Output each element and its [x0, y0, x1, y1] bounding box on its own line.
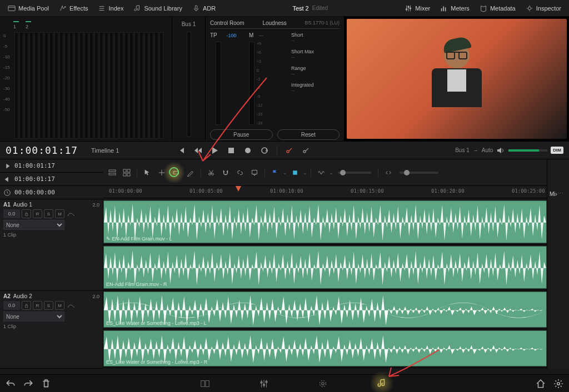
dur-tc[interactable]: 00:00:00:00 [11, 189, 58, 196]
undo-icon[interactable] [6, 379, 16, 389]
reset-button[interactable]: Reset [277, 129, 340, 140]
volume-slider[interactable] [508, 149, 547, 152]
bus-route[interactable]: Bus 1→Auto DIM [455, 146, 563, 155]
redo-icon[interactable] [23, 379, 33, 389]
effects-icon [59, 4, 67, 12]
svg-rect-21 [174, 171, 179, 174]
media-pool-icon [8, 4, 16, 12]
play-button[interactable] [210, 146, 219, 155]
meters-button[interactable]: Meters [437, 2, 473, 14]
snap-tool[interactable] [219, 167, 232, 178]
page-fusion-icon[interactable] [318, 379, 328, 389]
svg-rect-26 [25, 213, 28, 215]
marker-tool[interactable] [248, 167, 261, 178]
clip-a1-r[interactable]: EN-Add Film Grain.mov - R [103, 246, 547, 289]
index-icon [98, 4, 106, 12]
link-tool[interactable] [233, 167, 247, 178]
svg-rect-10 [228, 148, 234, 153]
arm-button[interactable]: R [33, 209, 42, 218]
home-icon[interactable] [536, 379, 546, 389]
m-value: --- [255, 33, 263, 38]
range-label: Range [291, 66, 314, 71]
svg-point-13 [303, 150, 306, 153]
automation-write-icon[interactable] [285, 146, 294, 155]
clip-a2-r[interactable]: ES_Like Water or Something - Lofive.mp3 … [103, 330, 547, 366]
crosshair-tool[interactable] [155, 167, 168, 178]
adr-button[interactable]: ADR [189, 2, 219, 14]
mute-button[interactable]: M [55, 301, 64, 310]
waveform-tool[interactable] [315, 167, 328, 178]
grid-view-button[interactable] [120, 167, 133, 178]
topbar: Media Pool Effects Index Sound Library A… [0, 0, 569, 17]
index-button[interactable]: Index [94, 2, 127, 14]
solo-button[interactable]: S [44, 209, 53, 218]
mixer-icon [405, 4, 412, 12]
out-tc[interactable]: 01:00:01:17 [11, 175, 58, 183]
page-fairlight-icon[interactable] [377, 378, 387, 389]
zoom-slider-right[interactable] [400, 172, 438, 174]
expand-tool[interactable] [382, 167, 395, 178]
playhead[interactable] [236, 186, 241, 192]
media-pool-label: Media Pool [18, 5, 49, 12]
sound-library-button[interactable]: Sound Library [130, 2, 186, 14]
svg-rect-24 [252, 170, 257, 174]
automation-read-icon[interactable] [302, 146, 311, 155]
track-header-a1[interactable]: A1 Audio 12.0 0.0 R S M None 1 Clip [0, 199, 103, 291]
svg-rect-15 [109, 170, 116, 172]
flag-cyan-tool[interactable] [288, 167, 302, 178]
rewind-button[interactable] [193, 146, 202, 155]
svg-rect-6 [441, 8, 442, 11]
page-media-icon[interactable] [200, 379, 210, 389]
flag-blue-tool[interactable] [268, 167, 282, 178]
media-pool-button[interactable]: Media Pool [4, 2, 52, 14]
edit-toolbar: ⌄ ⌄ ⌄ [103, 159, 547, 186]
mixer-button[interactable]: Mixer [401, 2, 433, 14]
in-tc[interactable]: 01:00:01:17 [11, 162, 58, 169]
dim-button[interactable]: DIM [551, 147, 563, 154]
cut-tool[interactable] [204, 167, 218, 178]
right-mix-label[interactable]: Mi› [550, 191, 557, 197]
loudness-standard: BS.1770-1 (LU) [305, 20, 340, 26]
pointer-tool[interactable] [141, 167, 154, 178]
curve-icon[interactable] [66, 209, 76, 218]
trash-icon[interactable] [41, 379, 51, 389]
metadata-button[interactable]: Metadata [476, 2, 519, 14]
ruler[interactable]: 01:00:00:00 01:00:05:00 01:00:10:00 01:0… [103, 186, 547, 198]
svg-rect-28 [201, 380, 204, 386]
curve-icon[interactable] [66, 301, 76, 310]
pencil-tool[interactable] [184, 167, 197, 178]
loop-button[interactable] [260, 146, 269, 155]
clip-a2-l[interactable]: ES_Like Water or Something - Lofive.mp3 … [103, 292, 547, 328]
fx-select[interactable]: None [3, 220, 64, 230]
tracks-canvas[interactable]: ✎ EN-Add Film Grain.mov - L EN-Add Film … [103, 199, 547, 369]
timecode-main[interactable]: 01:00:01:17 [6, 144, 83, 156]
solo-button[interactable]: S [44, 301, 53, 310]
mute-button[interactable]: M [55, 209, 64, 218]
speaker-icon[interactable] [496, 146, 505, 155]
effects-button[interactable]: Effects [56, 2, 91, 14]
lock-button[interactable] [22, 301, 31, 310]
fx-select[interactable]: None [3, 311, 64, 321]
timeline-view-button[interactable] [106, 167, 119, 178]
pause-button[interactable]: Pause [210, 129, 273, 140]
settings-icon[interactable] [553, 379, 563, 389]
record-button[interactable] [243, 146, 252, 155]
page-edit-icon[interactable] [259, 379, 269, 389]
svg-rect-20 [127, 173, 130, 176]
svg-rect-7 [443, 6, 445, 11]
clip-a1-l[interactable]: ✎ EN-Add Film Grain.mov - L [103, 200, 547, 243]
metadata-label: Metadata [490, 5, 516, 12]
clip-label: ES_Like Water or Something - Lofive.mp3 … [106, 359, 207, 365]
arm-button[interactable]: R [33, 301, 42, 310]
go-start-button[interactable] [177, 146, 186, 155]
video-preview[interactable] [345, 17, 569, 141]
lock-button[interactable] [22, 209, 31, 218]
gain-box[interactable]: 0.0 [3, 209, 20, 218]
zoom-slider-left[interactable] [338, 172, 371, 174]
stop-button[interactable] [227, 146, 236, 155]
track-header-a2[interactable]: A2 Audio 22.0 0.0 R S M None 1 Clip [0, 291, 103, 369]
inspector-button[interactable]: Inspector [522, 2, 565, 14]
gain-box[interactable]: 0.0 [3, 301, 20, 310]
in-point-icon [3, 162, 11, 170]
range-tool[interactable] [169, 167, 183, 178]
